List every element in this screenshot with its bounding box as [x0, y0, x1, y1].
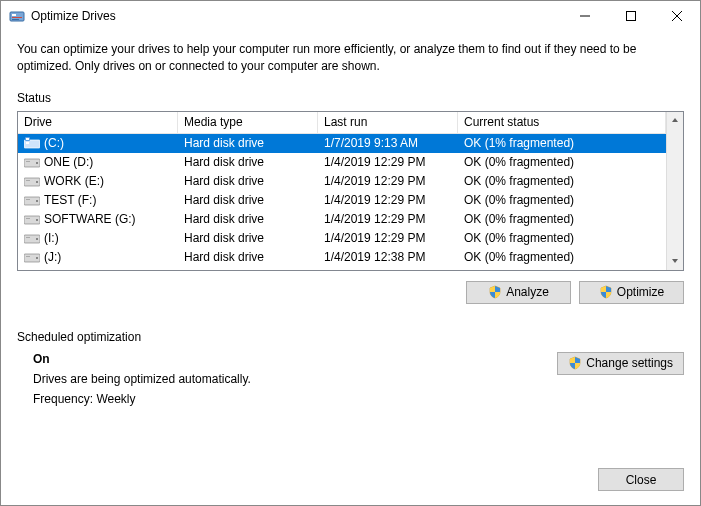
drive-icon [24, 194, 40, 206]
svg-rect-20 [26, 199, 30, 200]
drive-name: SOFTWARE (G:) [44, 212, 136, 226]
app-icon [9, 8, 25, 24]
current-status: OK (0% fragmented) [458, 193, 666, 207]
drive-icon [24, 175, 40, 187]
window-title: Optimize Drives [31, 9, 116, 23]
drives-listbox[interactable]: Drive Media type Last run Current status… [17, 111, 684, 271]
current-status: OK (0% fragmented) [458, 155, 666, 169]
drive-name: TEST (F:) [44, 193, 96, 207]
media-type: Hard disk drive [178, 212, 318, 226]
svg-point-22 [36, 219, 38, 221]
media-type: Hard disk drive [178, 174, 318, 188]
drive-name: (J:) [44, 250, 61, 264]
svg-point-28 [36, 257, 38, 259]
col-header-status[interactable]: Current status [458, 112, 666, 133]
media-type: Hard disk drive [178, 231, 318, 245]
last-run: 1/4/2019 12:29 PM [318, 212, 458, 226]
schedule-label: Scheduled optimization [17, 330, 684, 344]
current-status: OK (0% fragmented) [458, 231, 666, 245]
table-row[interactable]: (C:)Hard disk drive1/7/2019 9:13 AMOK (1… [18, 134, 666, 153]
last-run: 1/4/2019 12:29 PM [318, 155, 458, 169]
titlebar: Optimize Drives [1, 1, 700, 31]
last-run: 1/4/2019 12:29 PM [318, 193, 458, 207]
drive-icon [24, 137, 40, 149]
schedule-desc: Drives are being optimized automatically… [33, 372, 557, 386]
current-status: OK (0% fragmented) [458, 174, 666, 188]
shield-icon [599, 285, 613, 299]
table-row[interactable]: SOFTWARE (G:)Hard disk drive1/4/2019 12:… [18, 210, 666, 229]
minimize-button[interactable] [562, 1, 608, 31]
close-label: Close [626, 473, 657, 487]
svg-rect-1 [12, 14, 16, 16]
svg-point-13 [36, 162, 38, 164]
drive-name: WORK (E:) [44, 174, 104, 188]
media-type: Hard disk drive [178, 136, 318, 150]
last-run: 1/4/2019 12:29 PM [318, 231, 458, 245]
close-dialog-button[interactable]: Close [598, 468, 684, 491]
svg-rect-23 [26, 218, 30, 219]
table-row[interactable]: TEST (F:)Hard disk drive1/4/2019 12:29 P… [18, 191, 666, 210]
scroll-track[interactable] [667, 129, 683, 253]
col-header-drive[interactable]: Drive [18, 112, 178, 133]
col-header-lastrun[interactable]: Last run [318, 112, 458, 133]
svg-rect-17 [26, 180, 30, 181]
shield-icon [488, 285, 502, 299]
drive-icon [24, 232, 40, 244]
shield-icon [568, 356, 582, 370]
change-settings-button[interactable]: Change settings [557, 352, 684, 375]
schedule-state: On [33, 352, 557, 366]
svg-point-19 [36, 200, 38, 202]
svg-marker-31 [672, 259, 678, 263]
table-row[interactable]: (I:)Hard disk drive1/4/2019 12:29 PMOK (… [18, 229, 666, 248]
svg-rect-11 [26, 138, 29, 140]
drive-name: ONE (D:) [44, 155, 93, 169]
current-status: OK (0% fragmented) [458, 212, 666, 226]
svg-point-16 [36, 181, 38, 183]
svg-rect-26 [26, 237, 30, 238]
current-status: OK (1% fragmented) [458, 136, 666, 150]
table-row[interactable]: (J:)Hard disk drive1/4/2019 12:38 PMOK (… [18, 248, 666, 267]
table-row[interactable]: WORK (E:)Hard disk drive1/4/2019 12:29 P… [18, 172, 666, 191]
svg-rect-9 [26, 142, 29, 144]
table-row[interactable]: ONE (D:)Hard disk drive1/4/2019 12:29 PM… [18, 153, 666, 172]
last-run: 1/4/2019 12:29 PM [318, 174, 458, 188]
list-header[interactable]: Drive Media type Last run Current status [18, 112, 666, 134]
drive-name: (C:) [44, 136, 64, 150]
analyze-label: Analyze [506, 285, 549, 299]
last-run: 1/7/2019 9:13 AM [318, 136, 458, 150]
col-header-media[interactable]: Media type [178, 112, 318, 133]
maximize-button[interactable] [608, 1, 654, 31]
drive-icon [24, 213, 40, 225]
svg-rect-29 [26, 256, 30, 257]
schedule-frequency: Frequency: Weekly [33, 392, 557, 406]
scroll-down-button[interactable] [667, 253, 683, 270]
last-run: 1/4/2019 12:38 PM [318, 250, 458, 264]
svg-rect-14 [26, 161, 30, 162]
drive-name: (I:) [44, 231, 59, 245]
current-status: OK (0% fragmented) [458, 250, 666, 264]
drive-icon [24, 251, 40, 263]
scrollbar[interactable] [666, 112, 683, 270]
drive-icon [24, 156, 40, 168]
svg-rect-2 [12, 17, 22, 18]
scroll-up-button[interactable] [667, 112, 683, 129]
status-label: Status [17, 91, 684, 105]
optimize-label: Optimize [617, 285, 664, 299]
analyze-button[interactable]: Analyze [466, 281, 571, 304]
optimize-button[interactable]: Optimize [579, 281, 684, 304]
svg-rect-5 [627, 12, 636, 21]
media-type: Hard disk drive [178, 155, 318, 169]
change-settings-label: Change settings [586, 356, 673, 370]
svg-rect-3 [12, 19, 19, 20]
svg-marker-30 [672, 118, 678, 122]
close-button[interactable] [654, 1, 700, 31]
description-text: You can optimize your drives to help you… [17, 41, 684, 75]
media-type: Hard disk drive [178, 250, 318, 264]
svg-point-25 [36, 238, 38, 240]
media-type: Hard disk drive [178, 193, 318, 207]
